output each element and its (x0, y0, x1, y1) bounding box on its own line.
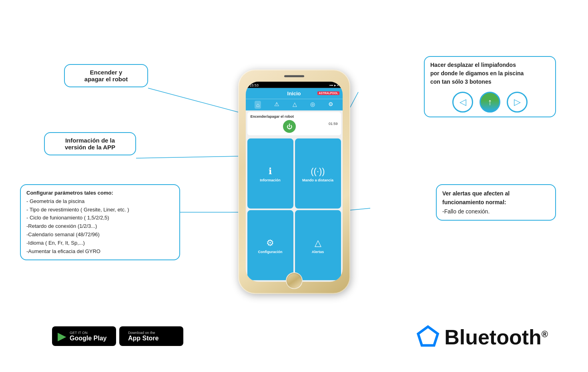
google-play-button[interactable]: ▶ GET IT ON Google Play (52, 326, 116, 346)
brand-logo: ASTRALPOOL (317, 91, 339, 95)
tile-remote[interactable]: ((·)) Mando a distancia (295, 138, 341, 208)
remote-icon: ((·)) (311, 166, 325, 177)
callout-version: Información de laversión de la APP (44, 132, 136, 155)
bluetooth-section: ⬠ Bluetooth® (416, 322, 548, 352)
callout-remote: Hacer desplazar el limpiafondos por dond… (424, 56, 556, 117)
svg-line-1 (136, 156, 240, 158)
tile-info-label: Información (260, 178, 281, 182)
power-timer: 01:59 (329, 121, 338, 125)
phone-mockup: 15:53 ▪▪▪ ▸ ▪ Inicio ASTRALPOOL ⌂ ⚠ △ ◎ … (238, 69, 350, 294)
left-button[interactable]: ◁ (452, 92, 473, 113)
app-nav: ⌂ ⚠ △ ◎ ⚙ (246, 99, 343, 110)
app-store-sub: Download on the (128, 331, 159, 335)
callout-config: Configurar parámetros tales como: - Geom… (20, 184, 180, 260)
app-screen: 15:53 ▪▪▪ ▸ ▪ Inicio ASTRALPOOL ⌂ ⚠ △ ◎ … (246, 81, 343, 282)
callout-alerts: Ver alertas que afecten al funcionamient… (436, 184, 556, 221)
power-section: Encender/apagar el robot ⏻ 01:59 (247, 112, 341, 135)
alerts-icon: △ (315, 238, 321, 248)
direction-buttons: ◁ ↑ ▷ (430, 92, 550, 113)
google-play-main: Google Play (70, 335, 106, 342)
nav-wifi-icon: ◎ (310, 101, 315, 109)
callout-power-text: Encender yapagar el robot (84, 69, 128, 82)
status-time: 15:53 (250, 83, 259, 87)
bluetooth-reg: ® (542, 329, 548, 339)
callout-alerts-text: Ver alertas que afecten al funcionamient… (442, 190, 510, 215)
nav-triangle-icon: △ (293, 101, 297, 109)
tile-config[interactable]: ⚙ Configuración (247, 210, 293, 280)
bluetooth-icon: ⬠ (416, 322, 439, 352)
home-button[interactable] (286, 272, 303, 289)
app-title: Inicio (287, 90, 301, 96)
status-bar: 15:53 ▪▪▪ ▸ ▪ (246, 81, 343, 88)
callout-version-text: Información de laversión de la APP (65, 137, 115, 151)
app-header: Inicio ASTRALPOOL (246, 88, 343, 99)
tile-remote-label: Mando a distancia (302, 178, 333, 182)
tile-config-label: Configuración (258, 250, 283, 254)
phone-screen: 15:53 ▪▪▪ ▸ ▪ Inicio ASTRALPOOL ⌂ ⚠ △ ◎ … (246, 81, 343, 282)
callout-remote-text: Hacer desplazar el limpiafondos por dond… (430, 62, 524, 85)
nav-settings-icon: ⚙ (328, 101, 333, 109)
forward-button[interactable]: ↑ (480, 92, 500, 113)
tile-info[interactable]: ℹ Información (247, 138, 293, 208)
phone-speaker (284, 75, 304, 77)
nav-alert-icon: ⚠ (274, 101, 279, 109)
bluetooth-text: Bluetooth® (444, 325, 548, 349)
tile-alerts[interactable]: △ Alertas (295, 210, 341, 280)
app-store-text: Download on the App Store (128, 331, 159, 342)
right-button[interactable]: ▷ (507, 92, 528, 113)
google-play-icon: ▶ (58, 330, 66, 343)
status-icons: ▪▪▪ ▸ ▪ (329, 83, 339, 87)
app-grid: ℹ Información ((·)) Mando a distancia ⚙ … (246, 137, 343, 282)
store-buttons-section: ▶ GET IT ON Google Play Download on the … (52, 326, 183, 346)
nav-home-icon: ⌂ (255, 101, 261, 109)
tile-alerts-label: Alertas (312, 250, 324, 254)
google-play-text: GET IT ON Google Play (70, 331, 106, 342)
config-icon: ⚙ (266, 238, 274, 248)
phone-outer: 15:53 ▪▪▪ ▸ ▪ Inicio ASTRALPOOL ⌂ ⚠ △ ◎ … (238, 69, 350, 294)
app-store-button[interactable]: Download on the App Store (119, 326, 183, 346)
power-label: Encender/apagar el robot (251, 114, 329, 118)
google-play-sub: GET IT ON (70, 331, 106, 335)
power-button[interactable]: ⏻ (283, 120, 296, 133)
callout-power: Encender yapagar el robot (64, 64, 148, 87)
callout-config-text: Configurar parámetros tales como: - Geom… (26, 190, 129, 254)
info-icon: ℹ (269, 166, 272, 177)
app-store-main: App Store (128, 335, 159, 342)
